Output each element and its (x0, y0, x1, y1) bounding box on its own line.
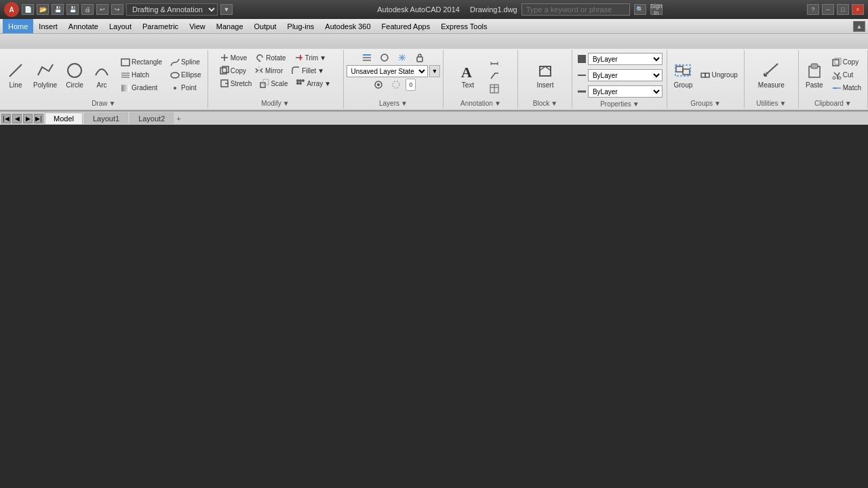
spline-button[interactable]: Spline (167, 56, 204, 68)
matchprop-button[interactable]: Match (829, 82, 865, 94)
close-button[interactable]: × (852, 4, 864, 15)
layer-lock-button[interactable] (412, 52, 428, 64)
array-button[interactable]: Array▼ (292, 77, 334, 89)
svg-rect-45 (705, 73, 709, 77)
tab-nav-prev[interactable]: ◀ (12, 114, 22, 123)
modify-group-label[interactable]: Modify ▼ (261, 100, 289, 107)
layers-group-label[interactable]: Layers ▼ (379, 100, 408, 107)
print-button[interactable]: 🖨 (81, 4, 94, 15)
menu-manage[interactable]: Manage (211, 19, 249, 33)
rectangle-button[interactable]: Rectangle (117, 56, 165, 68)
tab-model[interactable]: Model (45, 113, 83, 124)
workspace-dropdown-button[interactable]: ▼ (220, 4, 233, 15)
redo-button[interactable]: ↪ (111, 4, 123, 15)
gradient-button[interactable]: Gradient (117, 82, 165, 94)
ellipse-button[interactable]: Ellipse (167, 69, 204, 81)
layer-off-button[interactable] (388, 79, 404, 91)
polyline-button[interactable]: Polyline (30, 55, 60, 96)
ribbon-group-modify: Move Rotate Trim▼ Copy (208, 50, 344, 108)
leader-button[interactable] (486, 69, 502, 81)
layer-state-dropdown-button[interactable]: ▼ (429, 65, 441, 77)
draw-group-label[interactable]: Draw ▼ (92, 100, 115, 107)
menu-home[interactable]: Home (3, 19, 33, 33)
clipboard-group-label[interactable]: Clipboard ▼ (814, 100, 852, 107)
color-selector[interactable]: ByLayer (588, 53, 663, 65)
open-file-button[interactable]: 📂 (37, 4, 49, 15)
tab-layout1[interactable]: Layout1 (84, 113, 128, 124)
stretch-button[interactable]: Stretch (216, 77, 256, 89)
undo-button[interactable]: ↩ (96, 4, 108, 15)
tab-layout2[interactable]: Layout2 (130, 113, 174, 124)
menu-autodesk360[interactable]: Autodesk 360 (319, 19, 376, 33)
svg-point-18 (299, 79, 302, 82)
clipcopy-button[interactable]: Copy (829, 56, 865, 68)
add-layout-button[interactable]: + (176, 115, 180, 123)
menu-express[interactable]: Express Tools (435, 19, 492, 33)
ribbon-toggle-button[interactable]: ▲ (853, 21, 865, 32)
tab-nav-last[interactable]: ▶| (34, 114, 43, 123)
dim-linear-button[interactable] (486, 56, 502, 68)
layer-state-button[interactable] (376, 52, 393, 64)
text-button[interactable]: A Text (455, 55, 481, 96)
layer-panel-button[interactable] (359, 52, 375, 64)
ribbon-group-layers: Unsaved Layer State ▼ 0 La (344, 50, 444, 108)
block-dropdown-icon: ▼ (551, 100, 557, 107)
tab-nav-next[interactable]: ▶ (23, 114, 33, 123)
measure-button[interactable]: Measure (755, 55, 788, 96)
layer-num[interactable]: 0 (406, 79, 416, 91)
linetype-selector[interactable]: ByLayer (588, 69, 663, 81)
menu-layout[interactable]: Layout (104, 19, 137, 33)
lineweight-selector[interactable]: ByLayer (588, 85, 663, 98)
save-button[interactable]: 💾 (52, 4, 64, 15)
layer-state-selector[interactable]: Unsaved Layer State (347, 65, 428, 77)
scale-button[interactable]: Scale (256, 77, 291, 89)
tab-nav-first[interactable]: |◀ (1, 114, 11, 123)
svg-rect-50 (811, 64, 818, 68)
mirror-button[interactable]: Mirror (251, 64, 286, 77)
svg-point-53 (833, 77, 835, 79)
menu-parametric[interactable]: Parametric (137, 19, 184, 33)
menu-featured[interactable]: Featured Apps (376, 19, 436, 33)
copy-button[interactable]: Copy (216, 64, 250, 77)
utilities-group-label[interactable]: Utilities ▼ (756, 100, 786, 107)
insert-annotation-button[interactable] (482, 55, 507, 96)
help-button[interactable]: ? (807, 4, 819, 15)
menu-view[interactable]: View (184, 19, 211, 33)
arc-button[interactable]: Arc (89, 55, 115, 96)
paste-button[interactable]: Paste (802, 55, 827, 96)
saveas-button[interactable]: 💾 (66, 4, 79, 15)
layer-iso-button[interactable] (370, 79, 387, 91)
insert-block-button[interactable]: Insert (532, 55, 558, 96)
ungroup-button[interactable]: Ungroup (697, 69, 741, 81)
move-button[interactable]: Move (216, 52, 250, 64)
group-button[interactable]: Group (670, 55, 696, 96)
menu-plugins[interactable]: Plug-ins (282, 19, 320, 33)
menu-output[interactable]: Output (249, 19, 282, 33)
groups-group-label[interactable]: Groups ▼ (690, 100, 721, 107)
signin-button[interactable]: Sign In (650, 4, 663, 15)
annotation-group-label[interactable]: Annotation ▼ (460, 100, 501, 107)
table-button[interactable] (486, 83, 502, 95)
bottom-tabs: |◀ ◀ ▶ ▶| Model Layout1 Layout2 + (0, 111, 868, 125)
minimize-button[interactable]: – (822, 4, 834, 15)
rotate-button[interactable]: Rotate (252, 52, 289, 64)
search-input[interactable] (521, 3, 630, 16)
block-group-label[interactable]: Block ▼ (533, 100, 557, 107)
properties-dropdown-icon: ▼ (633, 100, 639, 108)
properties-group-label[interactable]: Properties ▼ (600, 100, 639, 108)
menu-annotate[interactable]: Annotate (63, 19, 104, 33)
fillet-button[interactable]: Fillet▼ (288, 64, 328, 77)
new-file-button[interactable]: 📄 (22, 4, 34, 15)
trim-button[interactable]: Trim▼ (291, 52, 330, 64)
workspace-selector[interactable]: Drafting & Annotation (126, 3, 218, 16)
point-button[interactable]: Point (167, 82, 204, 94)
menu-insert[interactable]: Insert (33, 19, 63, 33)
group-icon (673, 61, 692, 80)
circle-button[interactable]: Circle (62, 55, 87, 96)
layer-freeze-button[interactable] (394, 52, 410, 64)
search-icon[interactable]: 🔍 (634, 4, 646, 15)
cut-button[interactable]: Cut (829, 69, 865, 81)
maximize-button[interactable]: □ (837, 4, 849, 15)
line-button[interactable]: Line (3, 55, 28, 96)
hatch-button[interactable]: Hatch (117, 69, 165, 81)
